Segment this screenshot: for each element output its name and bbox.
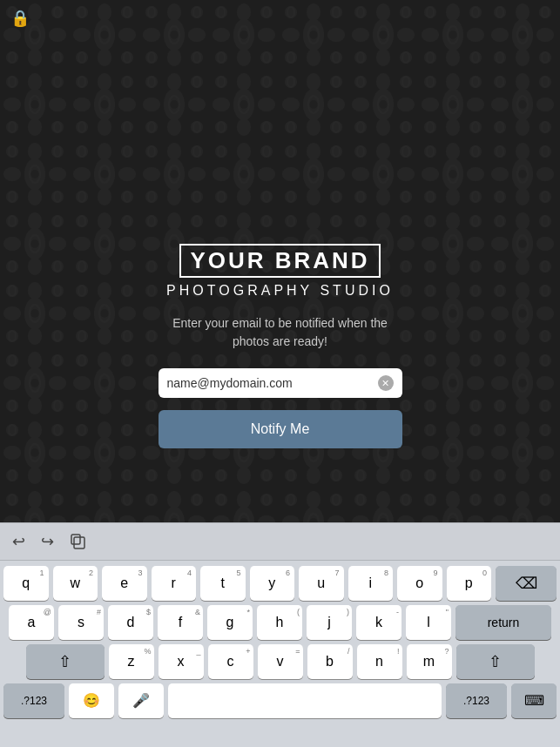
lock-icon: 🔒 xyxy=(10,9,30,28)
content-overlay: YOUR BRAND Photography Studio Enter your… xyxy=(0,0,560,448)
key-w[interactable]: 2w xyxy=(53,566,98,601)
app-screen: 🔒 YOUR BRAND Photography Studio Enter yo… xyxy=(0,0,560,522)
key-t[interactable]: 5t xyxy=(200,566,246,601)
key-q[interactable]: 1q xyxy=(3,566,49,601)
return-key[interactable]: return xyxy=(455,605,551,640)
key-r[interactable]: 4r xyxy=(152,566,197,601)
email-input-row: ✕ xyxy=(159,368,402,398)
key-row-1: 1q 2w 3e 4r 5t 6y 7u 8i 9o 0p ⌫ xyxy=(3,566,557,601)
keyboard-area: ↩ ↪ 1q 2w 3e 4r 5t 6y 7u 8i 9o 0p ⌫ @a #… xyxy=(0,522,560,747)
key-e[interactable]: 3e xyxy=(102,566,147,601)
keyboard-toolbar: ↩ ↪ xyxy=(0,522,560,561)
svg-rect-1 xyxy=(71,535,80,544)
key-g[interactable]: *g xyxy=(207,605,253,640)
undo-button[interactable]: ↩ xyxy=(12,532,25,551)
numbers-key-right[interactable]: .?123 xyxy=(446,683,507,718)
key-i[interactable]: 8i xyxy=(348,566,394,601)
key-n[interactable]: !n xyxy=(357,644,402,679)
key-k[interactable]: -k xyxy=(356,605,401,640)
key-a[interactable]: @a xyxy=(9,605,54,640)
key-o[interactable]: 9o xyxy=(397,566,442,601)
key-row-2: @a #s $d &f *g (h )j -k "l return xyxy=(3,605,557,640)
shift-key[interactable]: ⇧ xyxy=(26,644,105,679)
keyboard-dismiss-key[interactable]: ⌨ xyxy=(511,683,557,718)
key-b[interactable]: /b xyxy=(307,644,353,679)
clear-email-button[interactable]: ✕ xyxy=(378,375,394,391)
brand-subtitle: Photography Studio xyxy=(166,283,394,299)
space-key[interactable] xyxy=(168,683,442,718)
svg-rect-0 xyxy=(74,537,84,548)
key-s[interactable]: #s xyxy=(58,605,104,640)
key-l[interactable]: "l xyxy=(406,605,451,640)
key-y[interactable]: 6y xyxy=(250,566,295,601)
delete-key[interactable]: ⌫ xyxy=(496,566,557,601)
emoji-key[interactable]: 😊 xyxy=(69,683,114,718)
key-m[interactable]: ?m xyxy=(407,644,452,679)
key-j[interactable]: )j xyxy=(307,605,352,640)
notify-me-button[interactable]: Notify Me xyxy=(159,410,402,448)
numbers-key-left[interactable]: .?123 xyxy=(3,683,64,718)
key-row-bottom: .?123 😊 🎤 .?123 ⌨ xyxy=(3,683,557,718)
key-x[interactable]: _x xyxy=(159,644,204,679)
key-row-3: ⇧ %z _x +c =v /b !n ?m ⇧ xyxy=(3,644,557,679)
key-u[interactable]: 7u xyxy=(299,566,344,601)
key-d[interactable]: $d xyxy=(108,605,153,640)
keyboard-keys: 1q 2w 3e 4r 5t 6y 7u 8i 9o 0p ⌫ @a #s $d… xyxy=(0,561,560,747)
tagline-text: Enter your email to be notified when the… xyxy=(167,314,394,351)
mic-key[interactable]: 🎤 xyxy=(118,683,164,718)
redo-button[interactable]: ↪ xyxy=(41,532,54,551)
email-input[interactable] xyxy=(167,376,374,390)
key-p[interactable]: 0p xyxy=(447,566,492,601)
brand-name: YOUR BRAND xyxy=(179,244,380,278)
key-h[interactable]: (h xyxy=(257,605,302,640)
key-f[interactable]: &f xyxy=(158,605,203,640)
brand-block: YOUR BRAND Photography Studio xyxy=(166,244,394,299)
shift-key-right[interactable]: ⇧ xyxy=(456,644,535,679)
paste-button[interactable] xyxy=(70,534,87,549)
key-v[interactable]: =v xyxy=(258,644,303,679)
key-c[interactable]: +c xyxy=(208,644,253,679)
key-z[interactable]: %z xyxy=(109,644,154,679)
